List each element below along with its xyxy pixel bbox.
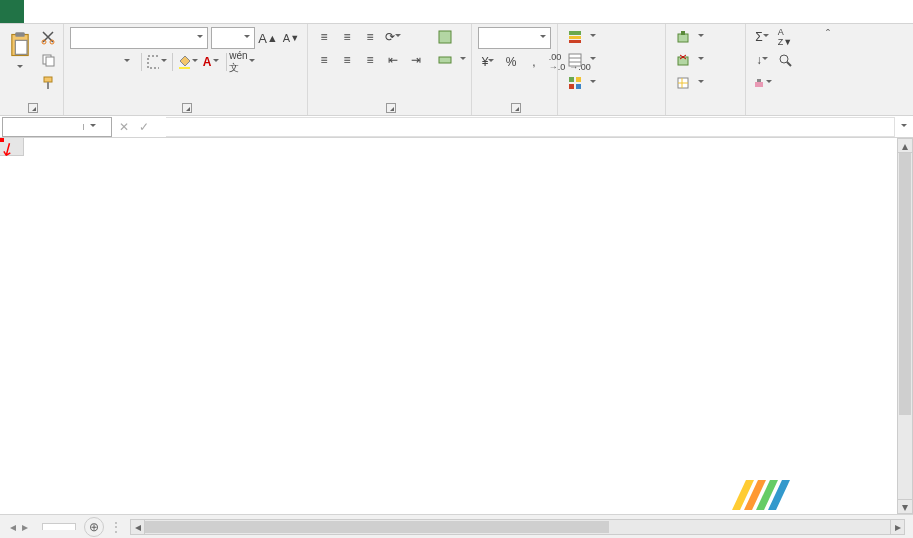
vscroll-thumb[interactable] [899,153,911,415]
scroll-down-icon[interactable]: ▾ [898,499,912,513]
sheet-tab-bar: ◂ ▸ ⊕ ⋮ ◂ ▸ [0,514,913,538]
clear-icon[interactable] [752,73,772,93]
fill-icon[interactable]: ↓ [752,50,772,70]
increase-font-icon[interactable]: A▲ [258,28,278,48]
svg-rect-13 [569,31,581,35]
svg-rect-6 [46,57,54,66]
find-select-icon[interactable] [775,50,795,70]
svg-rect-30 [757,79,761,82]
orientation-icon[interactable]: ⟳ [383,27,403,47]
svg-rect-16 [569,54,581,66]
border-button[interactable] [147,52,167,72]
align-top-icon[interactable]: ≡ [314,27,334,47]
align-dialog-launcher[interactable] [386,103,396,113]
horizontal-scrollbar[interactable]: ◂ ▸ [130,519,905,535]
tab-file[interactable] [0,0,24,23]
font-dialog-launcher[interactable] [182,103,192,113]
copy-button[interactable] [38,50,58,70]
merge-center-button[interactable] [434,50,470,70]
svg-rect-21 [569,84,574,89]
hscroll-thumb[interactable] [145,521,609,533]
svg-rect-23 [678,34,688,42]
scroll-right-icon[interactable]: ▸ [890,520,904,534]
clipboard-dialog-launcher[interactable] [28,103,38,113]
scroll-up-icon[interactable]: ▴ [898,139,912,153]
formula-input[interactable] [166,117,895,137]
sort-filter-icon[interactable]: AZ▼ [775,27,795,47]
format-cells-button[interactable] [672,73,708,93]
vertical-scrollbar[interactable]: ▴ ▾ [897,138,913,514]
align-left-icon[interactable]: ≡ [314,50,334,70]
expand-formula-bar-icon[interactable] [895,124,913,130]
svg-line-28 [787,62,791,66]
svg-rect-15 [569,40,581,43]
svg-rect-24 [681,31,685,35]
align-right-icon[interactable]: ≡ [360,50,380,70]
number-dialog-launcher[interactable] [511,103,521,113]
menu-bar [0,0,913,24]
svg-rect-10 [179,67,190,69]
svg-point-27 [780,55,788,63]
autosum-icon[interactable]: Σ [752,27,772,47]
svg-rect-12 [439,57,451,63]
svg-rect-25 [678,57,688,65]
wrap-text-button[interactable] [434,27,470,47]
collapse-ribbon-icon[interactable]: ˆ [826,28,830,42]
login-link[interactable] [885,0,913,23]
conditional-format-button[interactable] [564,27,600,47]
svg-rect-14 [569,36,581,39]
tab-nav-next-icon[interactable]: ▸ [22,520,28,534]
format-as-table-button[interactable] [564,50,600,70]
indent-decrease-icon[interactable]: ⇤ [383,50,403,70]
bold-button[interactable] [70,52,90,72]
watermark-stripes [732,480,790,510]
decrease-font-icon[interactable]: A▼ [281,28,301,48]
svg-rect-11 [439,31,451,43]
svg-rect-20 [576,77,581,82]
name-box-input[interactable] [3,120,83,134]
ribbon: A▲ A▼ A wén文 ≡ ≡ [0,24,913,116]
cell-styles-button[interactable] [564,73,600,93]
comma-format-icon[interactable]: , [524,52,544,72]
underline-button[interactable] [116,52,136,72]
italic-button[interactable] [93,52,113,72]
svg-rect-8 [47,82,49,89]
align-middle-icon[interactable]: ≡ [337,27,357,47]
font-name-select[interactable] [70,27,208,49]
scroll-left-icon[interactable]: ◂ [131,520,145,534]
insert-cells-button[interactable] [672,27,708,47]
number-format-select[interactable] [478,27,551,49]
formula-bar: ✕ ✓ [0,116,913,138]
svg-rect-29 [755,82,763,87]
align-center-icon[interactable]: ≡ [337,50,357,70]
enter-formula-icon[interactable]: ✓ [134,117,154,137]
font-color-button[interactable]: A [201,52,221,72]
add-sheet-button[interactable]: ⊕ [84,517,104,537]
paste-button[interactable] [6,27,34,93]
sheet-tab-sheet1[interactable] [42,523,76,530]
format-painter-button[interactable] [38,73,58,93]
tab-nav-prev-icon[interactable]: ◂ [10,520,16,534]
svg-rect-22 [576,84,581,89]
svg-rect-7 [44,77,52,82]
svg-rect-1 [15,32,24,37]
svg-rect-9 [148,56,159,68]
indent-increase-icon[interactable]: ⇥ [406,50,426,70]
name-box[interactable] [2,117,112,137]
accounting-format-icon[interactable]: ¥ [478,52,498,72]
font-size-select[interactable] [211,27,255,49]
phonetic-button[interactable]: wén文 [232,52,252,72]
fill-color-button[interactable] [178,52,198,72]
cancel-formula-icon[interactable]: ✕ [114,117,134,137]
spreadsheet-grid[interactable]: ↙ [0,138,913,514]
delete-cells-button[interactable] [672,50,708,70]
align-bottom-icon[interactable]: ≡ [360,27,380,47]
cut-button[interactable] [38,27,58,47]
percent-format-icon[interactable]: % [501,52,521,72]
svg-rect-2 [15,40,27,54]
svg-rect-19 [569,77,574,82]
